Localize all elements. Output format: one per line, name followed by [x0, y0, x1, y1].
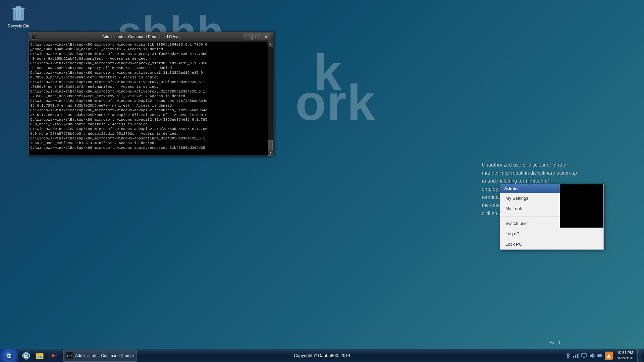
- svg-line-5: [21, 10, 21, 19]
- svg-point-13: [25, 355, 27, 357]
- cmd-scroll-up-button[interactable]: ▲: [268, 42, 273, 47]
- cmd-scroll-down-button[interactable]: ▼: [268, 150, 273, 156]
- svg-rect-32: [598, 355, 601, 357]
- taskbar-copyright: Copyright © Dan55800, 2014: [294, 353, 351, 358]
- svg-rect-1: [16, 6, 21, 8]
- svg-text:C:: C:: [33, 35, 37, 39]
- svg-rect-17: [40, 356, 42, 358]
- taskbar: ⊞: [0, 349, 644, 362]
- start-button[interactable]: ⊞: [0, 349, 18, 362]
- network-tray-icon[interactable]: [573, 352, 579, 359]
- desktop-text-ork: ork: [296, 74, 376, 132]
- svg-marker-30: [590, 353, 593, 358]
- user-popup-menu: Admin My Settings My Look Switch user Lo…: [500, 184, 604, 250]
- svg-rect-16: [37, 356, 39, 358]
- taskbar-tray: ! 10:31 PM 9/22/2010: [562, 349, 644, 362]
- notification-tray-icon[interactable]: !: [605, 352, 613, 360]
- cmd-scrollbar: ▲ ▼: [268, 42, 273, 156]
- svg-text:⊞: ⊞: [7, 353, 11, 359]
- taskbar-ie-button[interactable]: [20, 350, 32, 362]
- info-line3: to and including termination of: [482, 178, 549, 184]
- taskbar-separator: [61, 351, 61, 360]
- svg-rect-24: [573, 356, 574, 358]
- info-line7: civil an...: [482, 210, 501, 216]
- svg-rect-29: [583, 357, 585, 358]
- svg-text:C:\>: C:\>: [67, 354, 73, 358]
- cmd-minimize-button[interactable]: ─: [243, 34, 252, 40]
- recycle-bin-graphic: [10, 5, 26, 22]
- svg-rect-26: [577, 354, 578, 358]
- cmd-controls: ─ □ ✕: [243, 34, 270, 40]
- cmd-icon: C:: [32, 34, 37, 40]
- sound-tray-icon[interactable]: [589, 352, 595, 359]
- show-desktop-button[interactable]: [637, 349, 641, 362]
- cmd-body: C:\Windows\winsxs\Backup\x86_microsoft-w…: [29, 42, 273, 156]
- svg-rect-33: [602, 355, 602, 356]
- user-popup-header: Admin: [500, 184, 603, 193]
- cmd-content[interactable]: C:\Windows\winsxs\Backup\x86_microsoft-w…: [29, 42, 268, 156]
- bluetooth-tray-icon[interactable]: [565, 352, 571, 359]
- taskbar-time: 10:31 PM: [617, 350, 633, 355]
- info-line1: Unauthorized use or disclosure in any: [482, 162, 566, 168]
- svg-rect-27: [578, 353, 579, 358]
- cmd-scroll-thumb: [268, 140, 273, 150]
- info-line2: manner may result in disciplinary action…: [482, 170, 577, 176]
- taskbar-cmd-label: Administrator: Command Prompt: [75, 353, 134, 358]
- lock-pc-menu-item[interactable]: Lock PC: [500, 239, 603, 249]
- svg-text:!: !: [608, 355, 609, 358]
- taskbar-clock[interactable]: 10:31 PM 9/22/2010: [614, 350, 636, 361]
- info-line4: employ...: [482, 186, 502, 192]
- svg-rect-28: [582, 354, 586, 357]
- cmd-titlebar[interactable]: C: Administrator: Command Prompt - rd C:…: [29, 32, 273, 42]
- svg-line-3: [15, 10, 16, 19]
- recycle-bin-icon[interactable]: Recycle Bin: [3, 3, 34, 30]
- build-text: Build: [550, 340, 560, 345]
- taskbar-cmd-item[interactable]: C:\> Administrator: Command Prompt: [63, 350, 137, 362]
- user-popup-avatar: [560, 184, 603, 228]
- cmd-window: C: Administrator: Command Prompt - rd C:…: [29, 32, 273, 156]
- cmd-maximize-button[interactable]: □: [252, 34, 261, 40]
- cmd-window-title: Administrator: Command Prompt - rd C:\s/…: [39, 35, 243, 39]
- svg-rect-25: [575, 355, 576, 358]
- cmd-scroll-track[interactable]: [268, 47, 273, 150]
- log-off-menu-item[interactable]: Log off: [500, 229, 603, 239]
- display-tray-icon[interactable]: [581, 352, 587, 359]
- taskbar-date: 9/22/2010: [617, 356, 633, 361]
- user-popup-username: Admin: [504, 186, 518, 191]
- svg-rect-15: [36, 353, 39, 355]
- recycle-bin-label: Recycle Bin: [8, 24, 29, 28]
- taskbar-mediaplayer-button[interactable]: [47, 350, 59, 362]
- taskbar-explorer-button[interactable]: [34, 350, 46, 362]
- cmd-close-button[interactable]: ✕: [262, 34, 270, 40]
- power-tray-icon[interactable]: [597, 352, 603, 359]
